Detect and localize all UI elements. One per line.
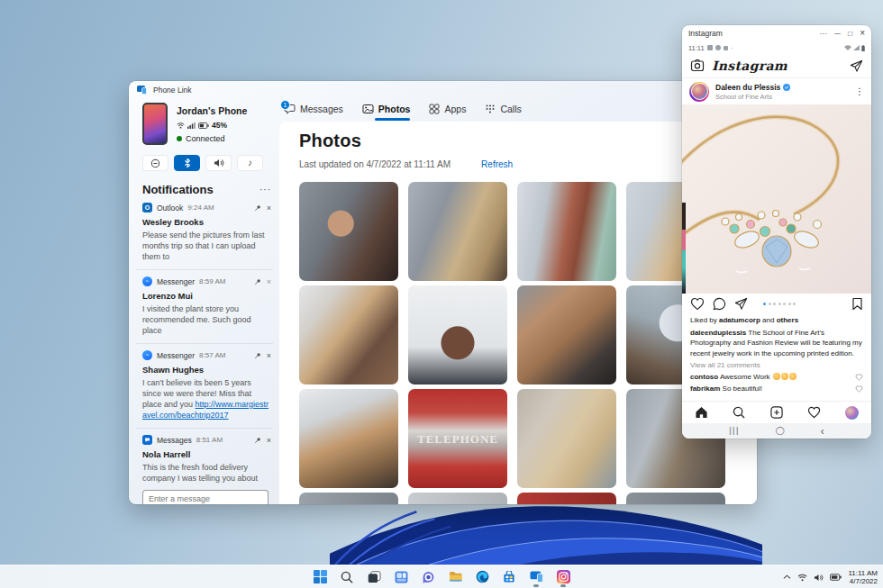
taskbar-phone-link-button[interactable] bbox=[525, 567, 547, 587]
phone-link-app-icon bbox=[137, 86, 147, 95]
device-screen-thumbnail[interactable] bbox=[142, 103, 168, 145]
notification-message: I can't believe its been 5 years since w… bbox=[142, 377, 271, 421]
photo-thumbnail[interactable] bbox=[408, 285, 507, 384]
clapping-hands-emoji bbox=[789, 373, 797, 380]
photo-thumbnail[interactable] bbox=[408, 493, 507, 504]
store-button[interactable] bbox=[498, 567, 520, 587]
notification-app-name: Messenger bbox=[157, 277, 195, 286]
view-comments-link[interactable]: View all 21 comments bbox=[690, 360, 863, 371]
save-bookmark-icon[interactable] bbox=[851, 297, 863, 311]
post-options-icon[interactable]: ⋮ bbox=[855, 86, 864, 96]
activity-heart-icon[interactable] bbox=[807, 406, 821, 419]
pin-icon[interactable] bbox=[254, 204, 261, 212]
tab-calls[interactable]: Calls bbox=[483, 100, 523, 121]
chat-button[interactable] bbox=[417, 567, 439, 587]
home-icon[interactable] bbox=[695, 406, 708, 419]
messenger-icon bbox=[142, 276, 152, 286]
notification-card[interactable]: Messenger 8:57 AM × Shawn Hughes I can't… bbox=[136, 344, 273, 429]
comment-row: fabrikam So beautiful! bbox=[690, 384, 863, 394]
pin-icon[interactable] bbox=[254, 278, 261, 285]
notifications-title: Notifications bbox=[142, 183, 214, 196]
music-button[interactable]: ♪ bbox=[237, 155, 263, 171]
photo-thumbnail[interactable] bbox=[408, 182, 507, 281]
comment-like-icon[interactable] bbox=[855, 374, 863, 381]
file-explorer-button[interactable] bbox=[444, 567, 466, 587]
maximize-button[interactable]: □ bbox=[848, 30, 852, 37]
bluetooth-button[interactable] bbox=[174, 155, 200, 171]
minimize-button[interactable]: — bbox=[834, 30, 841, 37]
photo-thumbnail[interactable] bbox=[517, 285, 616, 384]
comment-username[interactable]: fabrikam bbox=[690, 384, 720, 393]
task-view-button[interactable] bbox=[363, 567, 385, 587]
comment-like-icon[interactable] bbox=[855, 385, 863, 393]
post-avatar[interactable] bbox=[689, 82, 709, 102]
photo-thumbnail[interactable] bbox=[299, 285, 398, 384]
tray-battery-icon[interactable] bbox=[830, 574, 842, 581]
photo-thumbnail[interactable] bbox=[517, 493, 616, 504]
photo-thumbnail-telephone-box[interactable]: TELEPHONE bbox=[408, 389, 507, 488]
photo-thumbnail[interactable] bbox=[299, 389, 398, 488]
tray-chevron-up-icon[interactable] bbox=[783, 574, 791, 580]
caption-username[interactable]: daleenduplessis bbox=[690, 329, 746, 337]
photo-thumbnail[interactable] bbox=[517, 389, 616, 488]
direct-messages-icon[interactable] bbox=[850, 59, 863, 73]
notification-card[interactable]: O Outlook 9:24 AM × Wesley Brooks Please… bbox=[136, 196, 273, 270]
post-subtitle: School of Fine Arts bbox=[715, 93, 849, 101]
do-not-disturb-button[interactable] bbox=[142, 155, 168, 171]
tray-wifi-icon[interactable] bbox=[797, 574, 807, 582]
photo-thumbnail[interactable] bbox=[299, 493, 398, 504]
notifications-more-button[interactable]: ··· bbox=[259, 185, 271, 194]
profile-avatar[interactable] bbox=[845, 406, 859, 420]
window-menu-button[interactable]: ··· bbox=[820, 30, 828, 37]
notification-message: This is the fresh food delivery company … bbox=[142, 462, 271, 484]
instagram-titlebar[interactable]: Instagram ··· — □ × bbox=[682, 25, 871, 41]
tab-apps[interactable]: Apps bbox=[427, 100, 468, 121]
dismiss-icon[interactable]: × bbox=[267, 436, 271, 445]
widgets-button[interactable] bbox=[390, 567, 412, 587]
taskbar-clock[interactable]: 11:11 AM 4/7/2022 bbox=[848, 569, 878, 585]
notification-card[interactable]: Messages 8:51 AM × Nola Harrell This is … bbox=[136, 429, 273, 504]
taskbar-search-button[interactable] bbox=[336, 567, 358, 587]
clock-time: 11:11 AM bbox=[848, 569, 878, 577]
photo-thumbnail[interactable] bbox=[626, 493, 725, 504]
start-button[interactable] bbox=[309, 567, 331, 587]
taskbar-instagram-button[interactable] bbox=[552, 567, 574, 587]
notification-time: 8:59 AM bbox=[199, 277, 250, 285]
comment-username[interactable]: contoso bbox=[690, 373, 718, 381]
refresh-link[interactable]: Refresh bbox=[481, 159, 513, 169]
photo-thumbnail[interactable] bbox=[299, 182, 398, 281]
dismiss-icon[interactable]: × bbox=[267, 351, 271, 360]
comment-icon[interactable] bbox=[713, 297, 726, 311]
android-home-icon[interactable]: ◯ bbox=[776, 427, 785, 435]
phone-link-titlebar[interactable]: Phone Link bbox=[129, 81, 757, 99]
post-username[interactable]: Daleen du Plessis bbox=[715, 83, 780, 92]
notification-card[interactable]: Messenger 8:59 AM × Lorenzo Mui I visite… bbox=[136, 270, 273, 344]
post-image-necklace[interactable] bbox=[682, 104, 871, 294]
search-icon[interactable] bbox=[733, 406, 745, 419]
android-back-icon[interactable]: ‹ bbox=[821, 427, 824, 436]
new-post-icon[interactable] bbox=[770, 406, 783, 419]
liked-by-others[interactable]: others bbox=[777, 316, 798, 324]
photo-thumbnail[interactable] bbox=[517, 182, 616, 281]
tray-volume-icon[interactable] bbox=[814, 574, 824, 582]
status-battery-icon bbox=[861, 45, 865, 51]
like-icon[interactable] bbox=[690, 297, 705, 311]
share-icon[interactable] bbox=[734, 297, 748, 311]
connected-status-dot bbox=[177, 136, 182, 141]
edge-button[interactable] bbox=[471, 567, 493, 587]
close-button[interactable]: × bbox=[860, 30, 865, 37]
instagram-bottom-nav bbox=[682, 401, 871, 423]
liked-by-row: Liked by adatumcorp and others bbox=[690, 315, 863, 326]
dismiss-icon[interactable]: × bbox=[267, 277, 271, 286]
tab-messages[interactable]: 1 Messages bbox=[282, 100, 345, 121]
messenger-icon bbox=[142, 350, 152, 360]
pin-icon[interactable] bbox=[254, 352, 261, 359]
liked-by-user[interactable]: adatumcorp bbox=[719, 316, 760, 324]
reply-input[interactable] bbox=[142, 490, 269, 504]
pin-icon[interactable] bbox=[254, 437, 261, 444]
recents-icon[interactable]: ||| bbox=[729, 427, 740, 435]
tab-photos[interactable]: Photos bbox=[360, 100, 413, 121]
audio-button[interactable] bbox=[205, 155, 232, 171]
dismiss-icon[interactable]: × bbox=[267, 204, 271, 213]
camera-icon[interactable] bbox=[690, 59, 705, 73]
